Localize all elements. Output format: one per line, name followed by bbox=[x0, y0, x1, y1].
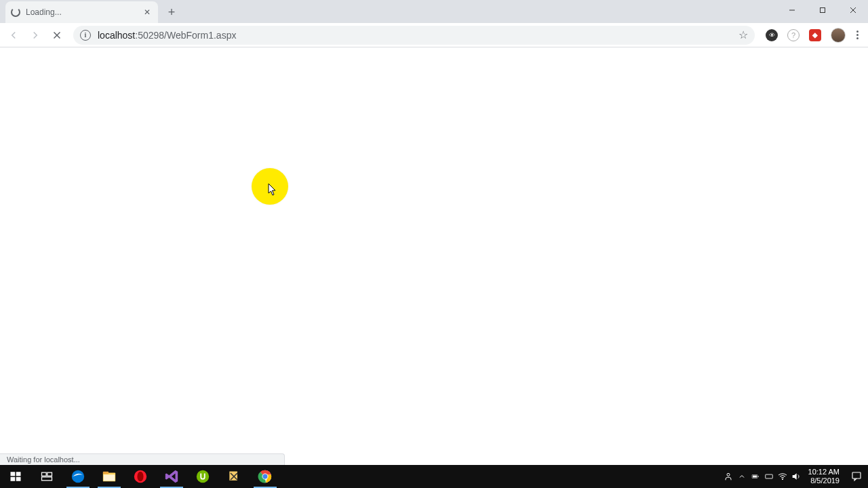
url-text: localhost:50298/WebForm1.aspx bbox=[98, 30, 733, 41]
taskbar-tools-icon[interactable] bbox=[218, 465, 250, 488]
start-button[interactable] bbox=[0, 465, 31, 488]
svg-rect-10 bbox=[42, 472, 47, 476]
svg-point-25 bbox=[727, 473, 730, 476]
taskbar-clock[interactable]: 10:12 AM 8/5/2019 bbox=[803, 468, 845, 485]
taskbar-file-explorer-icon[interactable] bbox=[94, 465, 125, 488]
window-controls bbox=[776, 0, 868, 20]
svg-point-19 bbox=[197, 470, 209, 483]
svg-rect-27 bbox=[753, 476, 757, 478]
maximize-button[interactable] bbox=[807, 0, 837, 20]
taskbar-left bbox=[0, 465, 281, 488]
svg-rect-16 bbox=[104, 474, 115, 481]
taskbar-chrome-icon[interactable] bbox=[250, 465, 281, 488]
extension-help-icon[interactable]: ? bbox=[787, 29, 800, 41]
task-view-button[interactable] bbox=[31, 465, 62, 488]
extension-blocker-icon[interactable]: ◆ bbox=[809, 29, 821, 41]
wifi-tray-icon[interactable] bbox=[776, 465, 789, 488]
bookmark-star-icon[interactable]: ☆ bbox=[738, 28, 748, 41]
tray-expand-icon[interactable] bbox=[735, 465, 749, 488]
close-tab-button[interactable]: ✕ bbox=[142, 7, 153, 18]
new-tab-button[interactable]: + bbox=[162, 3, 181, 22]
minimize-button[interactable] bbox=[776, 0, 807, 20]
taskbar-opera-icon[interactable] bbox=[125, 465, 156, 488]
close-window-button[interactable] bbox=[837, 0, 868, 20]
people-tray-icon[interactable] bbox=[722, 465, 735, 488]
battery-tray-icon[interactable] bbox=[749, 465, 762, 488]
svg-rect-11 bbox=[47, 472, 52, 476]
volume-tray-icon[interactable] bbox=[789, 465, 803, 488]
forward-button[interactable] bbox=[26, 26, 45, 45]
taskbar-edge-icon[interactable] bbox=[62, 465, 94, 488]
clock-date: 8/5/2019 bbox=[808, 476, 840, 485]
page-content bbox=[0, 47, 868, 464]
tab-strip: Loading... ✕ + bbox=[0, 0, 868, 23]
taskbar-utorrent-icon[interactable] bbox=[187, 465, 218, 488]
svg-rect-9 bbox=[16, 477, 21, 481]
back-button[interactable] bbox=[4, 26, 23, 45]
svg-rect-12 bbox=[42, 477, 52, 481]
extension-icons: 👁 ? ◆ bbox=[762, 28, 864, 43]
url-path: :50298/WebForm1.aspx bbox=[135, 30, 236, 41]
url-host: localhost bbox=[98, 30, 135, 41]
windows-taskbar: 10:12 AM 8/5/2019 bbox=[0, 465, 868, 488]
keyboard-tray-icon[interactable] bbox=[762, 465, 776, 488]
svg-rect-29 bbox=[765, 474, 772, 479]
svg-point-30 bbox=[782, 479, 783, 479]
clock-time: 10:12 AM bbox=[808, 468, 840, 476]
profile-avatar[interactable] bbox=[831, 28, 846, 43]
svg-point-13 bbox=[72, 470, 84, 483]
browser-tab[interactable]: Loading... ✕ bbox=[5, 1, 158, 23]
cursor-highlight bbox=[252, 168, 288, 205]
svg-rect-31 bbox=[852, 472, 861, 479]
taskbar-right: 10:12 AM 8/5/2019 bbox=[722, 465, 868, 488]
loading-spinner-icon bbox=[11, 7, 20, 17]
browser-menu-button[interactable] bbox=[855, 30, 860, 39]
svg-rect-8 bbox=[11, 477, 16, 481]
svg-rect-1 bbox=[820, 8, 825, 13]
taskbar-visual-studio-icon[interactable] bbox=[156, 465, 187, 488]
address-bar[interactable]: i localhost:50298/WebForm1.aspx ☆ bbox=[73, 26, 755, 45]
svg-point-18 bbox=[137, 472, 143, 482]
tab-title: Loading... bbox=[26, 7, 142, 17]
status-bar: Waiting for localhost... bbox=[0, 453, 285, 465]
extension-icon-1[interactable]: 👁 bbox=[766, 29, 778, 41]
svg-rect-28 bbox=[757, 476, 758, 477]
stop-reload-button[interactable] bbox=[47, 26, 66, 45]
site-info-icon[interactable]: i bbox=[80, 30, 91, 41]
svg-rect-6 bbox=[11, 472, 16, 476]
svg-rect-7 bbox=[16, 472, 21, 476]
browser-chrome: Loading... ✕ + i bbox=[0, 0, 868, 47]
action-center-button[interactable] bbox=[845, 465, 868, 488]
svg-rect-15 bbox=[103, 472, 108, 474]
browser-toolbar: i localhost:50298/WebForm1.aspx ☆ 👁 ? ◆ bbox=[0, 23, 868, 47]
